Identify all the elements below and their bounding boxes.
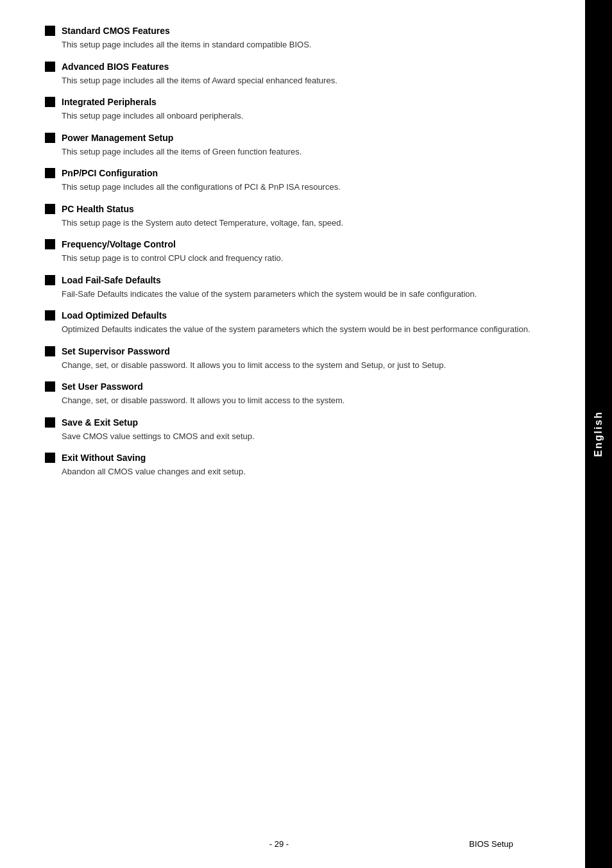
menu-item-header-pnp-pci: PnP/PCI Configuration	[45, 168, 553, 178]
menu-item-header-standard-cmos: Standard CMOS Features	[45, 26, 553, 36]
menu-item-integrated-peripherals: Integrated PeripheralsThis setup page in…	[45, 97, 553, 122]
bullet-icon-freq-voltage	[45, 239, 55, 249]
menu-title-save-exit: Save & Exit Setup	[62, 417, 138, 428]
menu-title-power-management: Power Management Setup	[62, 133, 173, 143]
menu-title-standard-cmos: Standard CMOS Features	[62, 26, 170, 36]
menu-desc-freq-voltage: This setup page is to control CPU clock …	[62, 252, 553, 265]
menu-item-set-supervisor: Set Supervisor PasswordChange, set, or d…	[45, 346, 553, 372]
footer-label: BIOS Setup	[469, 839, 513, 849]
bullet-icon-load-optimized	[45, 310, 55, 321]
menu-title-set-supervisor: Set Supervisor Password	[62, 346, 170, 356]
bullet-icon-pc-health	[45, 204, 55, 214]
menu-desc-integrated-peripherals: This setup page includes all onboard per…	[62, 110, 553, 122]
bullet-icon-exit-without-saving	[45, 453, 55, 463]
menu-desc-pc-health: This setup page is the System auto detec…	[62, 217, 553, 230]
page-number: - 29 -	[269, 839, 289, 849]
bullet-icon-advanced-bios	[45, 62, 55, 72]
menu-title-exit-without-saving: Exit Without Saving	[62, 453, 146, 463]
menu-item-header-exit-without-saving: Exit Without Saving	[45, 453, 553, 463]
menu-desc-save-exit: Save CMOS value settings to CMOS and exi…	[62, 430, 553, 443]
menu-desc-standard-cmos: This setup page includes all the items i…	[62, 38, 553, 51]
menu-list: Standard CMOS FeaturesThis setup page in…	[45, 26, 553, 478]
bullet-icon-standard-cmos	[45, 26, 55, 36]
menu-item-exit-without-saving: Exit Without SavingAbandon all CMOS valu…	[45, 453, 553, 478]
menu-desc-load-optimized: Optimized Defaults indicates the value o…	[62, 323, 553, 336]
menu-item-header-power-management: Power Management Setup	[45, 133, 553, 143]
bullet-icon-set-user	[45, 381, 55, 392]
footer: - 29 - BIOS Setup	[0, 839, 558, 849]
menu-desc-power-management: This setup page includes all the items o…	[62, 146, 553, 158]
menu-item-load-failsafe: Load Fail-Safe DefaultsFail-Safe Default…	[45, 275, 553, 301]
menu-desc-advanced-bios: This setup page includes all the items o…	[62, 74, 553, 87]
menu-item-freq-voltage: Frequency/Voltage ControlThis setup page…	[45, 239, 553, 265]
menu-item-header-advanced-bios: Advanced BIOS Features	[45, 62, 553, 72]
menu-item-header-freq-voltage: Frequency/Voltage Control	[45, 239, 553, 249]
menu-title-pnp-pci: PnP/PCI Configuration	[62, 168, 158, 178]
menu-desc-set-supervisor: Change, set, or disable password. It all…	[62, 359, 553, 372]
menu-title-set-user: Set User Password	[62, 381, 143, 392]
menu-item-set-user: Set User PasswordChange, set, or disable…	[45, 381, 553, 407]
bullet-icon-load-failsafe	[45, 275, 55, 285]
sidebar: English	[585, 0, 612, 868]
sidebar-label: English	[593, 411, 604, 457]
menu-item-save-exit: Save & Exit SetupSave CMOS value setting…	[45, 417, 553, 443]
bullet-icon-pnp-pci	[45, 168, 55, 178]
menu-title-load-failsafe: Load Fail-Safe Defaults	[62, 275, 161, 285]
menu-desc-load-failsafe: Fail-Safe Defaults indicates the value o…	[62, 288, 553, 301]
menu-title-integrated-peripherals: Integrated Peripherals	[62, 97, 157, 107]
menu-title-pc-health: PC Health Status	[62, 204, 134, 214]
bullet-icon-integrated-peripherals	[45, 97, 55, 107]
menu-item-standard-cmos: Standard CMOS FeaturesThis setup page in…	[45, 26, 553, 51]
footer-content: - 29 - BIOS Setup	[45, 839, 513, 849]
page-container: Standard CMOS FeaturesThis setup page in…	[0, 0, 612, 868]
menu-desc-exit-without-saving: Abandon all CMOS value changes and exit …	[62, 465, 553, 478]
menu-title-freq-voltage: Frequency/Voltage Control	[62, 239, 176, 249]
menu-item-header-save-exit: Save & Exit Setup	[45, 417, 553, 428]
menu-item-header-load-failsafe: Load Fail-Safe Defaults	[45, 275, 553, 285]
menu-item-load-optimized: Load Optimized DefaultsOptimized Default…	[45, 310, 553, 336]
menu-item-pnp-pci: PnP/PCI ConfigurationThis setup page inc…	[45, 168, 553, 194]
menu-item-power-management: Power Management SetupThis setup page in…	[45, 133, 553, 158]
menu-item-advanced-bios: Advanced BIOS FeaturesThis setup page in…	[45, 62, 553, 87]
menu-desc-set-user: Change, set, or disable password. It all…	[62, 394, 553, 407]
menu-item-header-pc-health: PC Health Status	[45, 204, 553, 214]
menu-item-header-set-user: Set User Password	[45, 381, 553, 392]
menu-item-header-integrated-peripherals: Integrated Peripherals	[45, 97, 553, 107]
bullet-icon-power-management	[45, 133, 55, 143]
menu-item-pc-health: PC Health StatusThis setup page is the S…	[45, 204, 553, 230]
menu-title-advanced-bios: Advanced BIOS Features	[62, 62, 169, 72]
bullet-icon-set-supervisor	[45, 346, 55, 356]
bullet-icon-save-exit	[45, 417, 55, 428]
menu-item-header-load-optimized: Load Optimized Defaults	[45, 310, 553, 321]
menu-desc-pnp-pci: This setup page includes all the configu…	[62, 181, 553, 194]
main-content: Standard CMOS FeaturesThis setup page in…	[0, 0, 585, 868]
menu-title-load-optimized: Load Optimized Defaults	[62, 310, 167, 321]
menu-item-header-set-supervisor: Set Supervisor Password	[45, 346, 553, 356]
